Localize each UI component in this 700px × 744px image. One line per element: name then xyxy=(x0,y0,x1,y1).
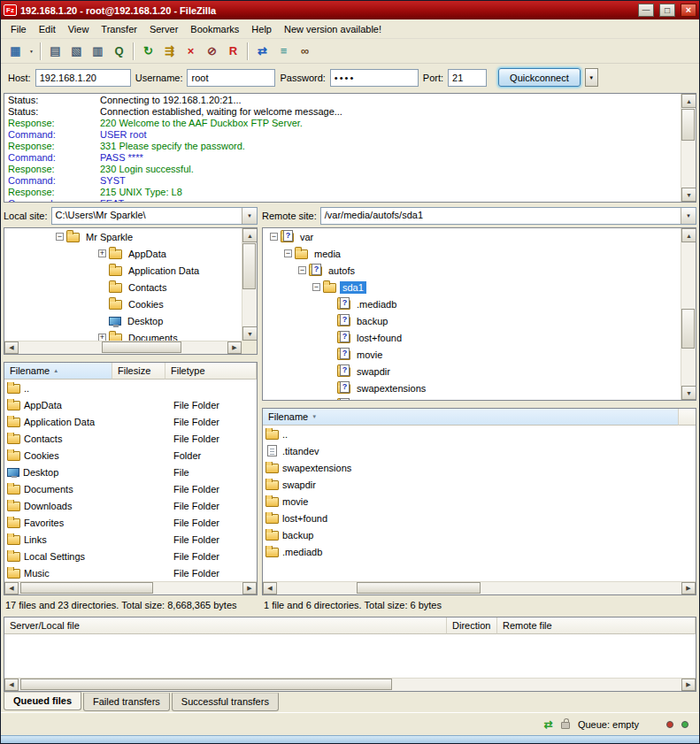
scroll-thumb[interactable] xyxy=(681,109,695,141)
maximize-button[interactable] xyxy=(659,4,675,17)
scroll-down-button[interactable] xyxy=(242,326,258,341)
tree-item-swapextensions[interactable]: swapextensions xyxy=(263,380,681,396)
file-row[interactable]: movie xyxy=(263,493,696,510)
tree-item-backup[interactable]: backup xyxy=(263,312,681,329)
scroll-thumb[interactable] xyxy=(102,341,181,353)
minimize-button[interactable] xyxy=(638,4,654,17)
menu-item-help[interactable]: Help xyxy=(245,21,278,37)
file-row[interactable]: .. xyxy=(4,380,257,396)
tree-item-sda1[interactable]: −sda1 xyxy=(263,279,681,295)
tree-expander-icon[interactable]: − xyxy=(270,233,278,241)
column-header-filename[interactable]: Filename▲ xyxy=(4,363,112,380)
refresh-button[interactable]: ↻ xyxy=(138,42,158,61)
scroll-right-button[interactable] xyxy=(227,341,242,354)
tree-item-lost-found[interactable]: lost+found xyxy=(263,329,681,346)
file-row[interactable]: AppDataFile Folder xyxy=(4,396,257,413)
toggle-local-tree-button[interactable]: ▧ xyxy=(66,42,87,61)
file-row[interactable]: DownloadsFile Folder xyxy=(4,497,257,514)
tree-item-var[interactable]: −var xyxy=(263,228,681,245)
menu-item-transfer[interactable]: Transfer xyxy=(95,21,143,37)
tree-item-mediadb[interactable]: .mediadb xyxy=(263,295,681,312)
scroll-left-button[interactable] xyxy=(4,341,19,354)
tree-item-media[interactable]: −media xyxy=(263,245,681,262)
scroll-right-button[interactable] xyxy=(681,679,696,691)
find-files-button[interactable]: ∞ xyxy=(295,42,315,61)
menu-item-new-version-available[interactable]: New version available! xyxy=(278,21,388,37)
menu-item-bookmarks[interactable]: Bookmarks xyxy=(184,21,245,37)
site-manager-button[interactable]: ▦ xyxy=(5,42,26,61)
scroll-left-button[interactable] xyxy=(263,582,277,594)
column-header-direction[interactable]: Direction xyxy=(447,617,497,634)
file-row[interactable]: .mediadb xyxy=(263,543,696,560)
tree-item-movie[interactable]: movie xyxy=(263,346,681,363)
tree-expander-icon[interactable]: − xyxy=(56,233,64,241)
file-row[interactable]: LinksFile Folder xyxy=(4,531,257,548)
queue-hscrollbar[interactable] xyxy=(4,678,696,691)
tree-expander-icon[interactable]: − xyxy=(284,249,292,257)
remote-splitter[interactable] xyxy=(262,401,696,408)
scroll-up-button[interactable] xyxy=(681,94,696,108)
column-header-filesize[interactable]: Filesize xyxy=(112,363,165,380)
tree-item-appdata[interactable]: +AppData xyxy=(4,245,242,262)
toggle-message-log-button[interactable]: ▤ xyxy=(45,42,65,61)
file-row[interactable]: .. xyxy=(263,426,696,442)
file-row[interactable]: ContactsFile Folder xyxy=(4,430,257,447)
quickconnect-dropdown-button[interactable] xyxy=(585,68,598,87)
directory-comparison-button[interactable]: ⇄ xyxy=(252,42,273,61)
port-input[interactable] xyxy=(448,69,487,87)
process-queue-button[interactable]: ⇶ xyxy=(159,42,180,61)
file-row[interactable]: CookiesFolder xyxy=(4,447,257,464)
scroll-track[interactable] xyxy=(19,679,681,691)
file-row[interactable]: Local SettingsFile Folder xyxy=(4,548,257,564)
remote-site-combo[interactable]: /var/media/autofs/sda1 xyxy=(320,207,696,225)
tree-item-application-data[interactable]: Application Data xyxy=(4,262,242,279)
toggle-queue-button[interactable]: Q xyxy=(109,42,129,61)
scroll-right-button[interactable] xyxy=(681,582,696,594)
scroll-right-button[interactable] xyxy=(242,582,257,594)
tab-successful-transfers[interactable]: Successful transfers xyxy=(172,693,279,711)
scroll-left-button[interactable] xyxy=(4,582,19,594)
tree-expander-icon[interactable]: − xyxy=(298,266,306,274)
column-header-server-local-file[interactable]: Server/Local file xyxy=(4,617,447,634)
local-site-combo[interactable]: C:\Users\Mr Sparkle\ xyxy=(51,207,258,225)
scroll-thumb[interactable] xyxy=(20,582,153,594)
scroll-thumb[interactable] xyxy=(242,243,256,289)
scroll-up-button[interactable] xyxy=(242,228,258,242)
tree-expander-icon[interactable]: − xyxy=(312,283,320,291)
host-input[interactable] xyxy=(35,69,131,87)
scroll-track[interactable] xyxy=(681,242,696,386)
scroll-track[interactable] xyxy=(19,582,242,594)
tree-expander-icon[interactable]: + xyxy=(98,334,106,341)
tree-item-cookies[interactable]: Cookies xyxy=(4,295,242,312)
local-tree-vscrollbar[interactable] xyxy=(242,228,257,341)
tree-expander-icon[interactable]: + xyxy=(98,249,106,257)
file-row[interactable]: swapextensions xyxy=(263,459,696,476)
scroll-down-button[interactable] xyxy=(681,386,696,400)
speed-limit-icon[interactable] xyxy=(544,718,553,731)
column-header-filename[interactable]: Filename▼ xyxy=(263,409,679,426)
scroll-track[interactable] xyxy=(681,108,696,188)
password-input[interactable] xyxy=(330,69,419,87)
scroll-track[interactable] xyxy=(242,242,257,326)
scroll-thumb[interactable] xyxy=(357,582,481,594)
tree-item-documents[interactable]: +Documents xyxy=(4,329,242,341)
tree-item-autofs[interactable]: −autofs xyxy=(263,262,681,279)
cancel-button[interactable]: × xyxy=(181,42,201,61)
scroll-left-button[interactable] xyxy=(4,679,19,691)
tab-queued-files[interactable]: Queued files xyxy=(4,692,81,710)
local-list-hscrollbar[interactable] xyxy=(4,581,257,594)
reconnect-button[interactable]: R xyxy=(223,42,243,61)
file-row[interactable]: MusicFile Folder xyxy=(4,564,257,581)
quickconnect-button[interactable]: Quickconnect xyxy=(498,68,581,87)
file-row[interactable]: DesktopFile xyxy=(4,464,257,480)
tree-item-desktop[interactable]: Desktop xyxy=(4,312,242,329)
scroll-up-button[interactable] xyxy=(681,228,696,242)
tab-failed-transfers[interactable]: Failed transfers xyxy=(83,693,170,711)
scroll-track[interactable] xyxy=(277,582,681,594)
local-splitter[interactable] xyxy=(4,355,258,362)
remote-tree-vscrollbar[interactable] xyxy=(681,228,696,400)
file-row[interactable]: DocumentsFile Folder xyxy=(4,480,257,497)
menu-item-server[interactable]: Server xyxy=(143,21,184,37)
menu-item-view[interactable]: View xyxy=(62,21,96,37)
menu-item-file[interactable]: File xyxy=(4,21,33,37)
